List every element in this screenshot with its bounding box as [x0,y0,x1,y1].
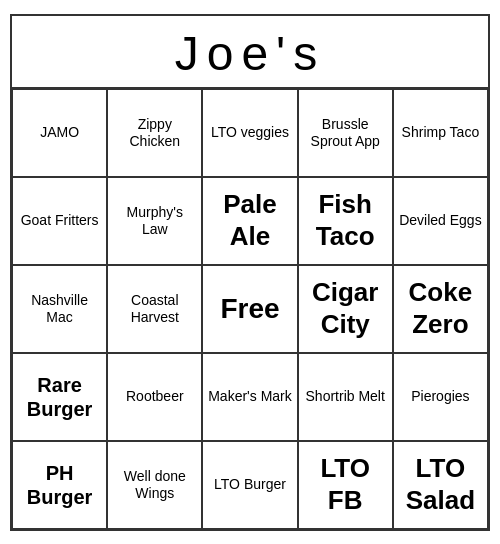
bingo-grid: JAMOZippy ChickenLTO veggiesBrussle Spro… [12,89,488,529]
cell-0-3: Brussle Sprout App [298,89,393,177]
cell-3-0: Rare Burger [12,353,107,441]
cell-0-2: LTO veggies [202,89,297,177]
cell-0-1: Zippy Chicken [107,89,202,177]
cell-1-2: Pale Ale [202,177,297,265]
cell-4-2: LTO Burger [202,441,297,529]
cell-1-4: Deviled Eggs [393,177,488,265]
cell-4-4: LTO Salad [393,441,488,529]
cell-1-3: Fish Taco [298,177,393,265]
cell-2-2: Free [202,265,297,353]
cell-3-3: Shortrib Melt [298,353,393,441]
cell-4-3: LTO FB [298,441,393,529]
cell-3-1: Rootbeer [107,353,202,441]
cell-1-0: Goat Fritters [12,177,107,265]
bingo-card: Joe's JAMOZippy ChickenLTO veggiesBrussl… [10,14,490,531]
cell-0-4: Shrimp Taco [393,89,488,177]
cell-3-2: Maker's Mark [202,353,297,441]
cell-3-4: Pierogies [393,353,488,441]
cell-2-4: Coke Zero [393,265,488,353]
cell-4-1: Well done Wings [107,441,202,529]
bingo-title: Joe's [12,16,488,89]
cell-0-0: JAMO [12,89,107,177]
cell-2-3: Cigar City [298,265,393,353]
cell-4-0: PH Burger [12,441,107,529]
cell-1-1: Murphy's Law [107,177,202,265]
cell-2-1: Coastal Harvest [107,265,202,353]
cell-2-0: Nashville Mac [12,265,107,353]
